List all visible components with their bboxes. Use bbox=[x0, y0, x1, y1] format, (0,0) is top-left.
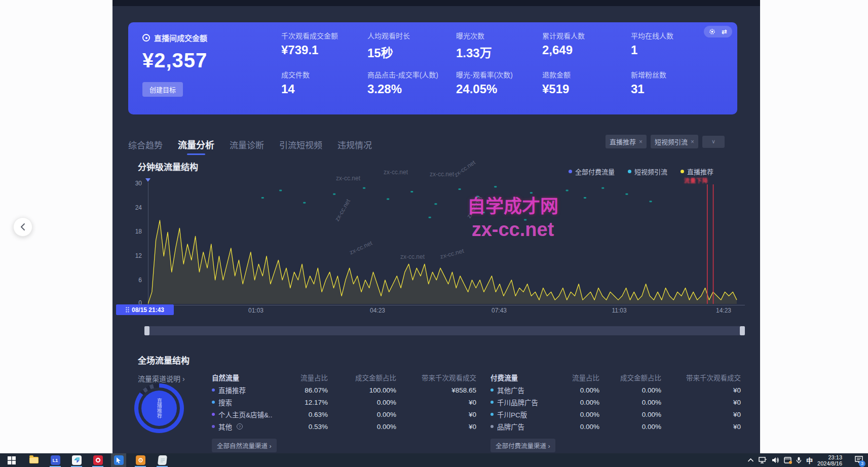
legend-paid[interactable]: 全部付费流量 bbox=[569, 167, 615, 176]
slider-selection[interactable] bbox=[149, 326, 740, 335]
metric-value: 2,649 bbox=[542, 43, 631, 57]
x-tick: 01:03 bbox=[241, 307, 271, 314]
windows-start-button[interactable] bbox=[4, 454, 19, 466]
system-tray: 中 23:13 2024/8/16 3 bbox=[747, 453, 863, 467]
banner-title: 直播间成交金额 bbox=[154, 32, 207, 43]
back-button[interactable] bbox=[13, 217, 32, 237]
app-icon-l1[interactable]: L1 bbox=[48, 454, 63, 466]
axis-top-marker bbox=[145, 178, 150, 182]
grip-icon bbox=[126, 307, 129, 313]
remove-chip-icon[interactable]: × bbox=[639, 138, 643, 145]
filter-chip-live-recommend[interactable]: 直播推荐 × bbox=[606, 135, 647, 148]
system-clock[interactable]: 23:13 2024/8/16 bbox=[817, 454, 842, 466]
channel-note-link[interactable]: 流量渠道说明 › bbox=[138, 373, 185, 383]
tab-traffic-diagnosis[interactable]: 流量诊断 bbox=[230, 138, 264, 155]
table-row[interactable]: 其他广告 0.00% 0.00% ¥0 bbox=[490, 384, 741, 396]
metric-label: 新增粉丝数 bbox=[631, 69, 707, 80]
filter-dropdown[interactable]: ∨ bbox=[702, 136, 725, 148]
app-icon-opera[interactable] bbox=[90, 454, 105, 466]
app-icon-orange[interactable] bbox=[133, 454, 148, 466]
metric-label: 曝光-观看率(次数) bbox=[456, 69, 542, 80]
slider-handle-left[interactable] bbox=[144, 326, 149, 335]
table-row[interactable]: 品牌广告 0.00% 0.00% ¥0 bbox=[490, 420, 741, 433]
x-tick: 14:23 bbox=[708, 307, 739, 314]
ime-indicator[interactable]: 中 bbox=[806, 455, 813, 465]
chevron-down-icon: ∨ bbox=[711, 138, 715, 145]
all-natural-channels-link[interactable]: 全部自然流量渠道 › bbox=[212, 439, 277, 452]
metric-label: 退款金额 bbox=[542, 69, 631, 80]
natural-traffic-table: 自然流量 流量占比 成交金额占比 带来千次观看成交 直播推荐 86.07% 10… bbox=[212, 371, 476, 433]
swap-icon[interactable]: ⇄ bbox=[722, 28, 727, 35]
volume-icon[interactable] bbox=[772, 457, 779, 463]
legend-dot bbox=[681, 170, 684, 173]
metric-value: ¥519 bbox=[542, 82, 631, 96]
network-icon[interactable] bbox=[759, 457, 767, 463]
y-tick: 30 bbox=[128, 180, 142, 187]
metrics-banner: 直播间成交金额 ¥2,357 创建目标 千次观看成交金额¥739.1 人均观看时… bbox=[128, 22, 737, 114]
table-row[interactable]: 搜索 12.17% 0.00% ¥0 bbox=[212, 396, 476, 408]
donut-label: 直播推荐 bbox=[156, 398, 163, 418]
gear-icon[interactable] bbox=[709, 28, 715, 35]
metric-label: 千次观看成交金额 bbox=[281, 30, 367, 41]
windows-logo-icon bbox=[8, 456, 16, 464]
table-row[interactable]: 其他? 0.53% 0.00% ¥0 bbox=[212, 420, 476, 433]
target-icon bbox=[142, 34, 150, 42]
paid-traffic-table: 付费流量 流量占比 成交金额占比 带来千次观看成交 其他广告 0.00% 0.0… bbox=[490, 371, 741, 433]
watermark-small: zx-cc.net bbox=[336, 175, 360, 182]
taskbar: L1 bbox=[0, 453, 868, 467]
microphone-icon[interactable] bbox=[796, 457, 802, 464]
tab-traffic-analysis[interactable]: 流量分析 bbox=[178, 138, 214, 155]
legend-short-video[interactable]: 短视频引流 bbox=[628, 167, 667, 176]
app-icon-notes[interactable] bbox=[155, 454, 170, 466]
metric-value: ¥739.1 bbox=[281, 43, 367, 57]
metric-value: 1.33万 bbox=[456, 43, 542, 61]
x-tick: 11:03 bbox=[604, 307, 634, 314]
remove-chip-icon[interactable]: × bbox=[691, 138, 694, 145]
notification-icon[interactable]: 3 bbox=[855, 456, 863, 465]
chart-range-slider[interactable] bbox=[144, 326, 745, 335]
x-axis-line bbox=[144, 305, 745, 305]
minute-section-title: 分钟级流量结构 bbox=[138, 160, 198, 173]
info-icon[interactable]: ? bbox=[237, 423, 243, 430]
legend-dot bbox=[569, 170, 572, 173]
metric-label: 累计观看人数 bbox=[542, 30, 631, 41]
x-start-label[interactable]: 08/15 21:43 bbox=[116, 304, 174, 315]
active-tab-underline bbox=[187, 153, 205, 155]
table-row[interactable]: 个人主页&店铺&.. 0.63% 0.00% ¥0 bbox=[212, 408, 476, 420]
gmv-value: ¥2,357 bbox=[142, 49, 269, 72]
overall-section-title: 全场流量结构 bbox=[138, 354, 190, 366]
app-icon-pinwheel[interactable] bbox=[69, 454, 84, 466]
y-tick: 12 bbox=[128, 252, 142, 259]
tab-violations[interactable]: 违规情况 bbox=[337, 138, 372, 155]
file-explorer-icon[interactable] bbox=[26, 454, 42, 466]
tray-app-icon[interactable] bbox=[784, 457, 791, 463]
app-icon-cursor-active[interactable] bbox=[111, 453, 126, 467]
y-tick: 18 bbox=[128, 228, 142, 235]
chevron-up-icon[interactable] bbox=[747, 458, 754, 462]
tab-overall-trend[interactable]: 综合趋势 bbox=[128, 138, 163, 155]
metric-value: 14 bbox=[281, 82, 367, 96]
metric-label: 曝光次数 bbox=[456, 30, 542, 41]
screen: 直播间成交金额 ¥2,357 创建目标 千次观看成交金额¥739.1 人均观看时… bbox=[0, 0, 868, 467]
minute-traffic-chart[interactable] bbox=[148, 182, 745, 305]
filter-chip-short-video[interactable]: 短视频引流 × bbox=[651, 135, 698, 148]
chart-legend: 全部付费流量 短视频引流 直播推荐 bbox=[569, 167, 713, 176]
metric-value: 1 bbox=[631, 43, 707, 57]
app-window: 直播间成交金额 ¥2,357 创建目标 千次观看成交金额¥739.1 人均观看时… bbox=[112, 0, 760, 453]
table-row[interactable]: 直播推荐 86.07% 100.00% ¥858.65 bbox=[212, 384, 476, 396]
banner-tools: ⇄ bbox=[704, 26, 732, 37]
create-goal-button[interactable]: 创建目标 bbox=[142, 82, 183, 97]
legend-live-recommend[interactable]: 直播推荐 bbox=[681, 167, 713, 176]
x-tick: 04:23 bbox=[362, 307, 393, 314]
table-row[interactable]: 千川PC版 0.00% 0.00% ¥0 bbox=[490, 408, 741, 420]
metric-label: 平均在线人数 bbox=[631, 30, 707, 41]
all-paid-channels-link[interactable]: 全部付费流量渠道 › bbox=[490, 439, 555, 452]
slider-handle-right[interactable] bbox=[740, 326, 745, 335]
watermark-small: zx-cc.net bbox=[430, 171, 454, 178]
tab-short-video[interactable]: 引流短视频 bbox=[279, 138, 322, 155]
x-tick: 07:43 bbox=[484, 307, 514, 314]
metric-value: 15秒 bbox=[367, 43, 456, 61]
metric-value: 3.28% bbox=[367, 82, 456, 96]
traffic-donut-chart: 直播推荐 bbox=[134, 383, 184, 433]
table-row[interactable]: 千川品牌广告 0.00% 0.00% ¥0 bbox=[490, 396, 741, 408]
